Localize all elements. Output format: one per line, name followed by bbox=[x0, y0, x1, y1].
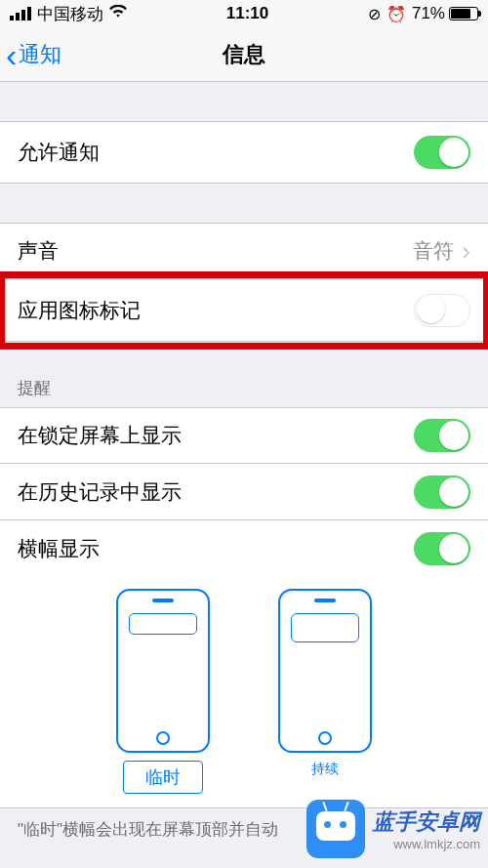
alerts-section-header: 提醒 bbox=[0, 369, 488, 407]
badge-app-icon-row[interactable]: 应用图标标记 bbox=[0, 279, 488, 342]
signal-icon bbox=[10, 7, 31, 21]
banner-style-temporary-option[interactable]: 临时 bbox=[116, 589, 210, 794]
show-in-history-row[interactable]: 在历史记录中显示 bbox=[0, 464, 488, 520]
alarm-icon: ⏰ bbox=[386, 5, 406, 23]
show-in-history-label: 在历史记录中显示 bbox=[18, 478, 182, 506]
wifi-icon bbox=[109, 4, 127, 23]
allow-notifications-switch[interactable] bbox=[414, 136, 470, 169]
back-label: 通知 bbox=[19, 40, 61, 69]
show-as-banners-label: 横幅显示 bbox=[18, 535, 100, 562]
show-on-lock-screen-row[interactable]: 在锁定屏幕上显示 bbox=[0, 407, 488, 464]
battery-indicator: 71% bbox=[412, 4, 478, 23]
banner-persistent-label: 持续 bbox=[311, 761, 339, 778]
battery-pct: 71% bbox=[412, 4, 445, 23]
rotation-lock-icon: ⊘ bbox=[368, 5, 381, 23]
show-as-banners-switch[interactable] bbox=[414, 532, 470, 565]
sound-value: 音符 bbox=[413, 237, 454, 265]
chevron-left-icon: ‹ bbox=[6, 38, 17, 71]
sound-row[interactable]: 声音 音符 › bbox=[0, 223, 488, 279]
watermark-url: www.lmkjz.com bbox=[373, 837, 480, 851]
phone-preview-persistent-icon bbox=[278, 589, 372, 753]
show-on-lock-screen-label: 在锁定屏幕上显示 bbox=[18, 422, 182, 449]
phone-preview-temporary-icon bbox=[116, 589, 210, 753]
allow-notifications-label: 允许通知 bbox=[18, 139, 100, 166]
status-bar: 中国移动 11:10 ⊘ ⏰ 71% bbox=[0, 0, 488, 27]
badge-app-icon-switch[interactable] bbox=[414, 294, 470, 327]
show-as-banners-row[interactable]: 横幅显示 bbox=[0, 520, 488, 577]
back-button[interactable]: ‹ 通知 bbox=[6, 38, 61, 71]
banner-temporary-label: 临时 bbox=[123, 761, 203, 794]
chevron-right-icon: › bbox=[462, 236, 470, 267]
watermark: 蓝手安卓网 www.lmkjz.com bbox=[306, 800, 480, 862]
show-in-history-switch[interactable] bbox=[414, 475, 470, 509]
status-time: 11:10 bbox=[226, 4, 268, 23]
banner-style-persistent-option[interactable]: 持续 bbox=[278, 589, 372, 794]
watermark-mascot-icon bbox=[306, 800, 365, 858]
nav-header: ‹ 通知 信息 bbox=[0, 27, 488, 82]
sound-label: 声音 bbox=[18, 237, 59, 265]
page-title: 信息 bbox=[223, 40, 265, 69]
show-on-lock-screen-switch[interactable] bbox=[414, 419, 470, 452]
allow-notifications-row[interactable]: 允许通知 bbox=[0, 121, 488, 184]
carrier-label: 中国移动 bbox=[37, 3, 103, 25]
badge-app-icon-label: 应用图标标记 bbox=[18, 297, 141, 324]
watermark-title: 蓝手安卓网 bbox=[373, 807, 480, 837]
